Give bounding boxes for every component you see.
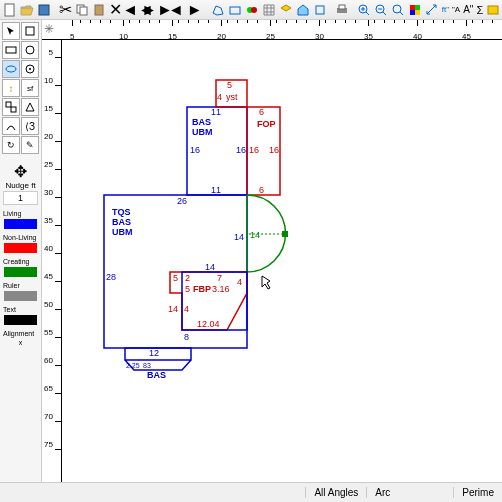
- zoom-in-icon[interactable]: [356, 1, 372, 19]
- layer-icon[interactable]: [278, 1, 294, 19]
- home-icon[interactable]: [295, 1, 311, 19]
- back-icon[interactable]: ◄: [167, 1, 185, 19]
- main-toolbar: ✂ ✕ ◄◄ ►► ◄ ► ft" "A A" Σ: [0, 0, 502, 20]
- font-small-icon[interactable]: "A: [451, 1, 461, 19]
- layer-text[interactable]: Text: [2, 305, 39, 325]
- copy-icon[interactable]: [74, 1, 90, 19]
- triangle-tool[interactable]: [21, 98, 39, 116]
- layer-ruler[interactable]: Ruler: [2, 281, 39, 301]
- forward-icon[interactable]: ►: [186, 1, 204, 19]
- redo-icon[interactable]: ►►: [148, 1, 166, 19]
- svg-text:3.16: 3.16: [212, 284, 230, 294]
- open-icon[interactable]: [19, 1, 35, 19]
- svg-rect-4: [95, 5, 103, 15]
- svg-rect-15: [415, 5, 420, 10]
- svg-text:5: 5: [227, 80, 232, 90]
- print-icon[interactable]: [334, 1, 350, 19]
- ellipse-tool[interactable]: [2, 60, 20, 78]
- angle-tool[interactable]: ⟨З: [21, 117, 39, 135]
- zoom-out-icon[interactable]: [373, 1, 389, 19]
- svg-text:28: 28: [106, 272, 116, 282]
- svg-rect-25: [6, 102, 11, 107]
- svg-text:83: 83: [143, 362, 151, 369]
- curve-tool[interactable]: [2, 117, 20, 135]
- svg-text:16: 16: [249, 145, 259, 155]
- layer-creating[interactable]: Creating: [2, 257, 39, 277]
- drawing-svg[interactable]: 11 BAS UBM 16 11 16 5 4 yst 6 FOP 16 16 …: [62, 40, 502, 480]
- status-perime[interactable]: Perime: [453, 487, 502, 498]
- line-tool[interactable]: [21, 22, 39, 40]
- sigma-icon[interactable]: Σ: [475, 1, 484, 19]
- ortho-icon[interactable]: [312, 1, 328, 19]
- circle-tool[interactable]: [21, 41, 39, 59]
- svg-rect-10: [339, 5, 345, 9]
- nudge-value[interactable]: 1: [3, 191, 38, 205]
- arc-handle[interactable]: [282, 231, 288, 237]
- svg-rect-26: [11, 107, 16, 112]
- status-angles[interactable]: All Angles: [305, 487, 366, 498]
- dim-icon[interactable]: ft": [441, 1, 450, 19]
- svg-text:FBP: FBP: [193, 284, 211, 294]
- svg-text:BAS: BAS: [147, 370, 166, 380]
- ruler-horizontal: ✳ 51015202530354045: [42, 20, 502, 40]
- layer-nonliving[interactable]: Non-Living: [2, 233, 39, 253]
- nudge-icon[interactable]: ✥: [2, 162, 39, 181]
- layer-living[interactable]: Living: [2, 209, 39, 229]
- svg-text:6: 6: [259, 107, 264, 117]
- svg-rect-3: [80, 7, 87, 15]
- edit-tool[interactable]: ✎: [21, 136, 39, 154]
- svg-rect-1: [39, 5, 49, 15]
- cut-icon[interactable]: ✂: [58, 1, 73, 19]
- status-bar: All Angles Arc Perime: [0, 482, 502, 502]
- canvas[interactable]: ✳ 51015202530354045 51015202530354045505…: [42, 20, 502, 482]
- group-tool[interactable]: [2, 98, 20, 116]
- svg-text:6: 6: [259, 185, 264, 195]
- svg-text:8: 8: [184, 332, 189, 342]
- drawing-area[interactable]: 11 BAS UBM 16 11 16 5 4 yst 6 FOP 16 16 …: [62, 40, 502, 482]
- svg-text:TQS: TQS: [112, 207, 131, 217]
- nudge-label: Nudge ft: [2, 181, 39, 190]
- poly-tool[interactable]: [21, 60, 39, 78]
- svg-text:4: 4: [217, 92, 222, 102]
- select-tool[interactable]: [2, 22, 20, 40]
- new-icon[interactable]: [2, 1, 18, 19]
- svg-text:14: 14: [168, 304, 178, 314]
- poly-icon[interactable]: [210, 1, 226, 19]
- svg-text:14: 14: [205, 262, 215, 272]
- grid-icon[interactable]: [261, 1, 277, 19]
- svg-rect-5: [230, 7, 240, 14]
- data-icon[interactable]: [485, 1, 501, 19]
- arrow-tool[interactable]: ↕: [2, 79, 20, 97]
- toggle-icon[interactable]: [244, 1, 260, 19]
- font-large-icon[interactable]: A": [462, 1, 474, 19]
- svg-text:11: 11: [211, 107, 221, 117]
- svg-text:16: 16: [269, 145, 279, 155]
- rotate-tool[interactable]: ↻: [2, 136, 20, 154]
- svg-text:BAS: BAS: [192, 117, 211, 127]
- svg-text:16: 16: [190, 145, 200, 155]
- svg-text:UBM: UBM: [112, 227, 133, 237]
- ruler-swatch: [4, 291, 37, 301]
- color-icon[interactable]: [407, 1, 423, 19]
- svg-text:4: 4: [237, 277, 242, 287]
- status-arc[interactable]: Arc: [366, 487, 398, 498]
- measure-icon[interactable]: [424, 1, 440, 19]
- tool-palette: ↕ sf ⟨З ↻ ✎ ✥ Nudge ft 1 Living Non-Livi…: [0, 20, 42, 482]
- rect-tool[interactable]: [2, 41, 20, 59]
- svg-rect-0: [5, 4, 14, 16]
- svg-text:12.04: 12.04: [197, 319, 220, 329]
- nonliving-swatch: [4, 243, 37, 253]
- grid-tool[interactable]: sf: [21, 79, 39, 97]
- paste-icon[interactable]: [91, 1, 107, 19]
- svg-point-24: [29, 68, 31, 70]
- svg-text:yst: yst: [226, 92, 238, 102]
- svg-text:5: 5: [173, 273, 178, 283]
- svg-text:7: 7: [217, 273, 222, 283]
- shape-icon[interactable]: [227, 1, 243, 19]
- delete-icon[interactable]: ✕: [108, 1, 123, 19]
- svg-text:BAS: BAS: [112, 217, 131, 227]
- text-swatch: [4, 315, 37, 325]
- save-icon[interactable]: [36, 1, 52, 19]
- svg-text:2: 2: [185, 273, 190, 283]
- zoom-fit-icon[interactable]: [390, 1, 406, 19]
